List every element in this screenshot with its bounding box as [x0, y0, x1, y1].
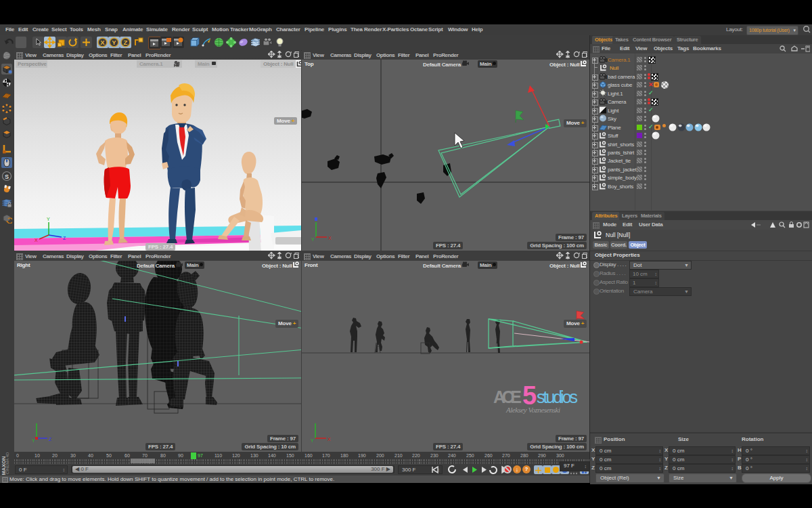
svg-text:studios: studios [537, 387, 578, 406]
svg-text:Y: Y [32, 438, 35, 443]
svg-text:Y: Y [311, 237, 315, 242]
svg-text:Y: Y [47, 217, 50, 221]
svg-text:Y: Y [311, 438, 314, 443]
svg-text:X: X [100, 39, 105, 46]
svg-text:Aleksey Voznesenski: Aleksey Voznesenski [505, 406, 560, 414]
svg-text:Z: Z [49, 437, 52, 442]
svg-text:X: X [328, 437, 331, 442]
svg-text:X: X [328, 236, 332, 240]
svg-text:Z: Z [124, 39, 128, 46]
svg-text:X: X [35, 238, 38, 242]
svg-text:S: S [5, 173, 9, 180]
svg-text:Z: Z [63, 236, 66, 240]
svg-text:Y: Y [112, 39, 116, 46]
svg-text:ACE: ACE [493, 387, 522, 406]
